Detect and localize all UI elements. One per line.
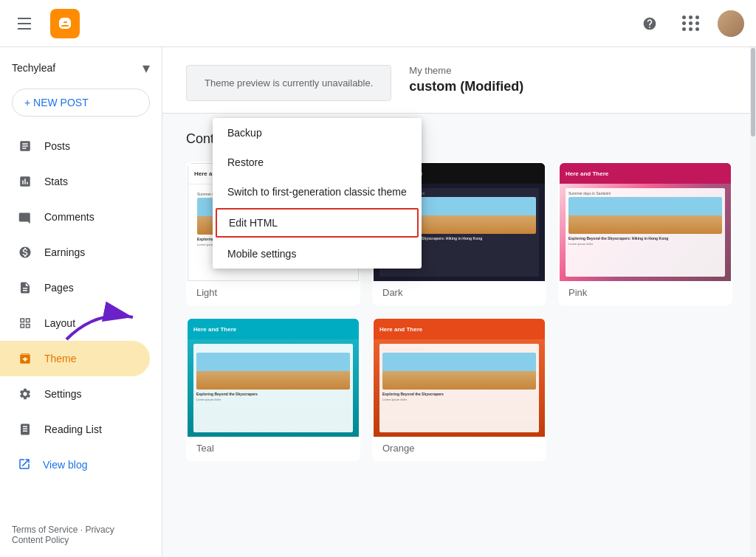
topbar-left <box>12 9 80 38</box>
help-button[interactable] <box>635 9 664 38</box>
preview-unavailable-text: Theme preview is currently unavailable. <box>205 77 373 89</box>
sidebar-item-settings[interactable]: Settings <box>0 376 150 412</box>
scrollbar-track <box>750 47 756 557</box>
theme-pink-preview: Here and There Summer days in Santorini … <box>560 163 731 281</box>
blogger-logo-icon <box>56 15 74 32</box>
view-blog-label: View blog <box>43 459 87 471</box>
blog-selector[interactable]: Techyleaf ▾ <box>0 47 162 83</box>
comments-icon <box>18 210 32 224</box>
avatar[interactable] <box>718 10 744 37</box>
grid-dots-icon <box>682 15 700 31</box>
apps-button[interactable] <box>676 9 706 38</box>
posts-icon <box>18 139 32 153</box>
new-post-button[interactable]: + NEW POST <box>12 89 150 117</box>
dropdown-item-mobile-settings[interactable]: Mobile settings <box>213 239 422 269</box>
dropdown-item-restore[interactable]: Restore <box>213 148 422 177</box>
posts-label: Posts <box>44 140 70 152</box>
privacy-link[interactable]: Privacy <box>85 525 114 535</box>
my-theme-label: My theme <box>409 65 523 76</box>
theme-light-label: Light <box>188 281 359 304</box>
sidebar: Techyleaf ▾ + NEW POST Posts Stats Comme… <box>0 47 162 557</box>
theme-card-teal[interactable]: Here and There Summer days in Santorini … <box>186 317 360 461</box>
preview-area: Theme preview is currently unavailable. <box>186 65 391 101</box>
theme-teal-label: Teal <box>188 437 359 460</box>
view-blog-icon <box>18 457 31 473</box>
theme-orange-preview: Here and There Summer days in Santorini … <box>374 319 545 437</box>
sidebar-item-earnings[interactable]: Earnings <box>0 235 150 270</box>
earnings-label: Earnings <box>44 246 85 258</box>
dropdown-item-edit-html[interactable]: Edit HTML <box>216 208 419 238</box>
theme-header: Theme preview is currently unavailable. … <box>162 47 756 114</box>
theme-icon <box>18 351 32 366</box>
help-icon <box>642 16 657 31</box>
chevron-down-icon: ▾ <box>142 59 150 77</box>
avatar-image <box>718 10 744 37</box>
blogger-logo <box>50 9 80 38</box>
pages-icon <box>18 280 32 295</box>
my-theme-info: My theme custom (Modified) <box>409 65 523 94</box>
dropdown-item-backup[interactable]: Backup <box>213 118 422 148</box>
dropdown-item-switch-classic[interactable]: Switch to first-generation classic theme <box>213 177 422 207</box>
blog-name: Techyleaf <box>12 62 142 74</box>
stats-icon <box>18 174 32 189</box>
topbar-right <box>635 9 744 38</box>
theme-teal-preview: Here and There Summer days in Santorini … <box>188 319 359 437</box>
theme-dark-label: Dark <box>374 281 545 304</box>
theme-orange-label: Orange <box>374 437 545 460</box>
layout-label: Layout <box>44 317 75 329</box>
sidebar-item-layout[interactable]: Layout <box>0 305 150 341</box>
sidebar-item-theme[interactable]: Theme <box>0 341 150 376</box>
earnings-icon <box>18 245 32 260</box>
scrollbar-thumb[interactable] <box>751 48 755 136</box>
dropdown-menu: Backup Restore Switch to first-generatio… <box>213 118 422 269</box>
theme-pink-label: Pink <box>560 281 731 304</box>
sidebar-item-stats[interactable]: Stats <box>0 164 150 199</box>
terms-link[interactable]: Terms of Service <box>12 525 78 535</box>
comments-label: Comments <box>44 211 94 223</box>
my-theme-section: Theme preview is currently unavailable. … <box>186 65 732 101</box>
sidebar-item-reading-list[interactable]: Reading List <box>0 412 150 447</box>
my-theme-name: custom (Modified) <box>409 79 523 94</box>
sidebar-item-posts[interactable]: Posts <box>0 128 150 164</box>
sidebar-item-view-blog[interactable]: View blog <box>0 447 162 482</box>
settings-label: Settings <box>44 388 82 400</box>
pages-label: Pages <box>44 282 74 294</box>
sidebar-item-comments[interactable]: Comments <box>0 199 150 235</box>
topbar <box>0 0 756 47</box>
hamburger-button[interactable] <box>12 9 41 38</box>
content-policy-link[interactable]: Content Policy <box>12 535 69 545</box>
layout-icon <box>18 316 32 331</box>
reading-list-icon <box>18 422 32 437</box>
settings-icon <box>18 387 32 401</box>
theme-label: Theme <box>44 353 77 364</box>
theme-card-orange[interactable]: Here and There Summer days in Santorini … <box>372 317 546 461</box>
sidebar-footer: Terms of Service · Privacy Content Polic… <box>0 513 162 557</box>
sidebar-item-pages[interactable]: Pages <box>0 270 150 305</box>
stats-label: Stats <box>44 176 68 187</box>
hamburger-icon <box>18 15 35 32</box>
theme-card-pink[interactable]: Here and There Summer days in Santorini … <box>558 162 732 305</box>
reading-list-label: Reading List <box>44 423 102 435</box>
